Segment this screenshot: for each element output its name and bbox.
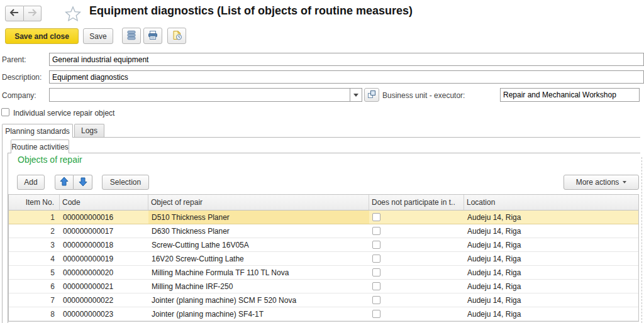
add-button[interactable]: Add [17,175,45,190]
cell-item-no: 6 [9,280,60,293]
participate-checkbox[interactable] [372,255,380,263]
individual-service-label: Individual service repair object [13,109,114,118]
move-row-group [55,175,92,190]
cell-location: Audeju 14, Riga [464,293,638,307]
forward-button[interactable] [24,6,42,21]
form-splitter[interactable] [641,157,642,323]
cell-item-no: 4 [9,252,60,265]
table-header: Item No. Code Object of repair Does not … [9,195,638,211]
column-header-participate[interactable]: Does not participate in t.. [369,195,464,210]
company-open-button[interactable] [364,88,379,102]
table-row[interactable]: 8000000000023Jointer (planing machine) S… [9,307,638,321]
participate-checkbox[interactable] [372,282,380,290]
column-header-object[interactable]: Object of repair [148,195,369,210]
cell-participate [369,307,464,320]
cell-participate [369,224,464,238]
cell-location: Audeju 14, Riga [464,252,638,265]
column-header-item-no[interactable]: Item No. [9,195,60,210]
cell-location: Audeju 14, Riga [464,211,638,224]
table-row[interactable]: 3000000000018Screw-Cutting Lathe 16V05AA… [9,238,638,252]
cell-code: 000000000020 [60,266,148,279]
cell-code: 000000000017 [60,224,148,238]
column-header-location[interactable]: Location [464,195,638,210]
show-list-icon [126,30,136,42]
document-clock-button[interactable] [167,28,186,44]
document-clock-icon [172,30,182,42]
page-title: Equipment diagnostics (List of objects o… [89,4,413,18]
forward-arrow-icon [27,9,37,18]
cell-item-no: 2 [9,224,60,238]
equipment-diagnostics-window: Equipment diagnostics (List of objects o… [0,0,644,323]
cell-code: 000000000019 [60,252,148,265]
cell-participate [369,280,464,293]
cell-item-no: 3 [9,238,60,251]
cell-code: 000000000016 [60,211,148,224]
participate-checkbox[interactable] [372,227,380,235]
favorite-star-icon[interactable] [64,5,82,21]
show-list-button[interactable] [122,28,141,44]
business-unit-input[interactable] [500,88,640,102]
move-up-button[interactable] [55,175,74,190]
cell-item-no: 5 [9,266,60,279]
description-label: Description: [2,73,42,82]
company-label: Company: [2,91,36,100]
cell-object-of-repair: Jointer (planing machine) SCM F 520 Nova [148,293,369,307]
cell-code: 000000000023 [60,307,148,320]
more-actions-button[interactable]: More actions [564,175,639,190]
cell-object-of-repair: Screw-Cutting Lathe 16V05A [148,238,369,251]
column-header-code[interactable]: Code [60,195,148,210]
description-input[interactable] [49,70,644,84]
participate-checkbox[interactable] [372,241,380,249]
back-button[interactable] [5,6,24,21]
table-body: 1000000000016D510 Thickness PlanerAudeju… [9,211,638,321]
participate-checkbox[interactable] [372,268,380,276]
tab-routine-activities[interactable]: Routine activities [11,140,69,153]
cell-object-of-repair: D630 Thickness Planer [148,224,369,238]
company-dropdown-button[interactable] [350,89,362,101]
more-actions-label: More actions [576,178,619,187]
tab-logs[interactable]: Logs [74,124,104,137]
print-icon [148,30,158,42]
cell-item-no: 7 [9,293,60,307]
tab-planning-standards[interactable]: Planning standards [2,124,73,138]
cell-participate [369,266,464,279]
chevron-down-icon [623,181,626,183]
objects-of-repair-table: Item No. Code Object of repair Does not … [8,194,639,322]
company-input[interactable] [50,89,350,101]
cell-location: Audeju 14, Riga [464,238,638,251]
table-row[interactable]: 6000000000021Milling Machine IRF-250Aude… [9,280,638,293]
cell-object-of-repair: Milling Machine IRF-250 [148,280,369,293]
cell-object-of-repair: 16V20 Screw-Cutting Lathe [148,252,369,265]
cell-object-of-repair: Jointer (planing machine) SF4-1T [148,307,369,320]
parent-label: Parent: [2,55,26,64]
cell-item-no: 1 [9,211,60,224]
table-row[interactable]: 400000000001916V20 Screw-Cutting LatheAu… [9,252,638,266]
table-row[interactable]: 1000000000016D510 Thickness PlanerAudeju… [9,211,638,224]
company-field [49,88,362,102]
selection-button[interactable]: Selection [102,175,149,190]
participate-checkbox[interactable] [372,296,380,304]
move-down-button[interactable] [74,175,92,190]
cell-object-of-repair: Milling Machine Formula TF 110 TL Nova [148,266,369,279]
individual-service-checkbox[interactable] [1,108,9,116]
cell-code: 000000000021 [60,280,148,293]
save-button[interactable]: Save [83,28,113,44]
cell-location: Audeju 14, Riga [464,266,638,279]
participate-checkbox[interactable] [372,310,380,318]
table-row[interactable]: 5000000000020Milling Machine Formula TF … [9,266,638,280]
parent-input[interactable] [49,53,644,66]
table-row[interactable]: 7000000000022Jointer (planing machine) S… [9,293,638,307]
cell-code: 000000000018 [60,238,148,251]
participate-checkbox[interactable] [372,213,380,221]
cell-location: Audeju 14, Riga [464,224,638,238]
arrow-up-icon [60,177,69,189]
print-button[interactable] [143,28,162,44]
save-and-close-button[interactable]: Save and close [5,28,79,44]
cell-participate [369,238,464,251]
cell-location: Audeju 14, Riga [464,307,638,320]
nav-history-group [5,6,42,21]
business-unit-label: Business unit - executor: [382,91,465,100]
cell-item-no: 8 [9,307,60,320]
table-row[interactable]: 2000000000017D630 Thickness PlanerAudeju… [9,224,638,238]
cell-participate [369,293,464,307]
